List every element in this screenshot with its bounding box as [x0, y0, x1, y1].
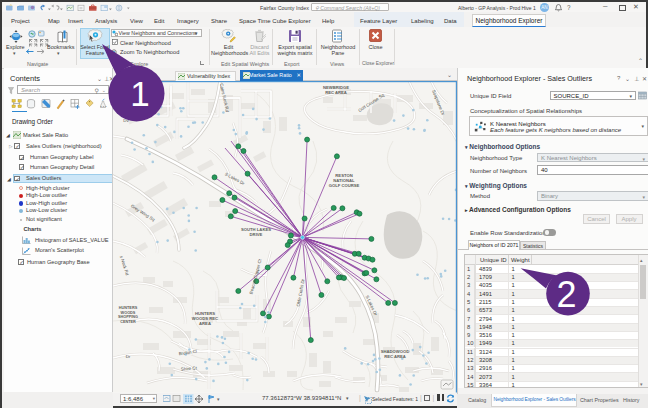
svg-text:REC AREA: REC AREA — [384, 354, 406, 359]
svg-text:WOODS: WOODS — [121, 311, 136, 315]
svg-text:CENTER: CENTER — [120, 320, 136, 324]
svg-text:GOLF COURSE: GOLF COURSE — [329, 183, 360, 188]
svg-text:SHOPPING: SHOPPING — [118, 315, 138, 319]
svg-text:HUNTERS: HUNTERS — [119, 306, 138, 310]
svg-text:Dv: Dv — [123, 118, 129, 123]
svg-text:Dr: Dr — [126, 354, 131, 359]
svg-text:REC AREA: REC AREA — [325, 90, 347, 95]
svg-text:DRIVE: DRIVE — [250, 232, 263, 237]
svg-text:AREA: AREA — [199, 321, 211, 326]
svg-text:▾: ▾ — [217, 396, 220, 402]
